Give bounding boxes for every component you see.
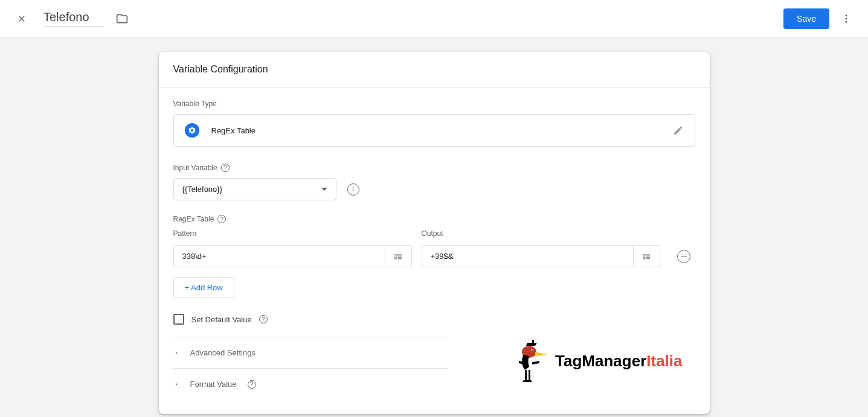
content-area: Variable Configuration Variable Type Reg… (0, 37, 868, 417)
advanced-settings-toggle[interactable]: Advanced Settings (173, 337, 448, 369)
svg-rect-5 (398, 256, 402, 259)
pattern-input[interactable] (173, 245, 385, 267)
card-title: Variable Configuration (173, 64, 695, 75)
input-variable-label: Input Variable ? (173, 164, 695, 172)
variable-picker-icon[interactable] (634, 245, 660, 267)
svg-point-2 (846, 21, 847, 22)
variable-title-input[interactable]: Telefono (43, 10, 104, 27)
header-bar: Telefono Save (0, 0, 868, 37)
info-icon[interactable]: i (347, 183, 359, 196)
format-value-label: Format Value (190, 380, 237, 389)
variable-type-selector[interactable]: RegEx Table (173, 114, 695, 147)
input-variable-label-text: Input Variable (173, 164, 217, 172)
variable-type-label: Variable Type (173, 100, 695, 108)
gear-icon (185, 123, 199, 138)
folder-icon[interactable] (116, 13, 128, 25)
output-input[interactable] (422, 245, 634, 267)
svg-rect-7 (643, 256, 646, 259)
table-header-row: Pattern Output (173, 229, 695, 241)
svg-rect-4 (394, 256, 397, 259)
save-button[interactable]: Save (783, 8, 829, 29)
more-menu-icon[interactable] (839, 11, 854, 26)
chevron-down-icon (321, 188, 327, 191)
advanced-settings-label: Advanced Settings (190, 348, 256, 357)
add-row-button[interactable]: + Add Row (173, 277, 234, 298)
card-body: Variable Type RegEx Table Input Variable… (159, 88, 710, 414)
input-variable-row: {{Telefono}} i (173, 178, 695, 200)
chevron-right-icon (173, 381, 179, 387)
regex-table-label-text: RegEx Table (173, 215, 214, 223)
header-right: Save (783, 8, 854, 29)
format-value-toggle[interactable]: Format Value ? (173, 369, 448, 399)
title-wrap: Telefono (43, 10, 128, 27)
remove-row-button[interactable] (677, 250, 690, 263)
table-row (173, 245, 695, 267)
pattern-input-group (173, 245, 412, 267)
input-variable-select[interactable]: {{Telefono}} (173, 178, 336, 200)
svg-rect-3 (394, 254, 402, 255)
regex-table-label: RegEx Table ? (173, 215, 695, 223)
chevron-right-icon (173, 350, 179, 356)
svg-point-0 (846, 14, 847, 16)
svg-point-1 (846, 18, 847, 19)
card-header: Variable Configuration (159, 52, 710, 88)
help-icon[interactable]: ? (217, 215, 226, 223)
help-icon[interactable]: ? (221, 164, 230, 172)
set-default-label: Set Default Value (191, 315, 252, 324)
help-icon[interactable]: ? (248, 380, 256, 389)
variable-card: Variable Configuration Variable Type Reg… (159, 52, 710, 414)
output-input-group (422, 245, 660, 267)
input-variable-value: {{Telefono}} (182, 185, 223, 194)
set-default-row: Set Default Value ? (173, 311, 448, 337)
output-column-label: Output (422, 229, 660, 238)
variable-picker-icon[interactable] (385, 245, 412, 267)
svg-rect-8 (646, 256, 650, 259)
help-icon[interactable]: ? (259, 315, 268, 323)
svg-rect-6 (643, 254, 650, 255)
close-icon[interactable] (14, 11, 29, 26)
edit-icon (673, 125, 684, 136)
pattern-column-label: Pattern (173, 229, 412, 238)
set-default-checkbox[interactable] (173, 314, 184, 325)
header-left: Telefono (14, 10, 128, 27)
variable-type-name: RegEx Table (211, 126, 661, 135)
minus-icon (681, 256, 687, 257)
